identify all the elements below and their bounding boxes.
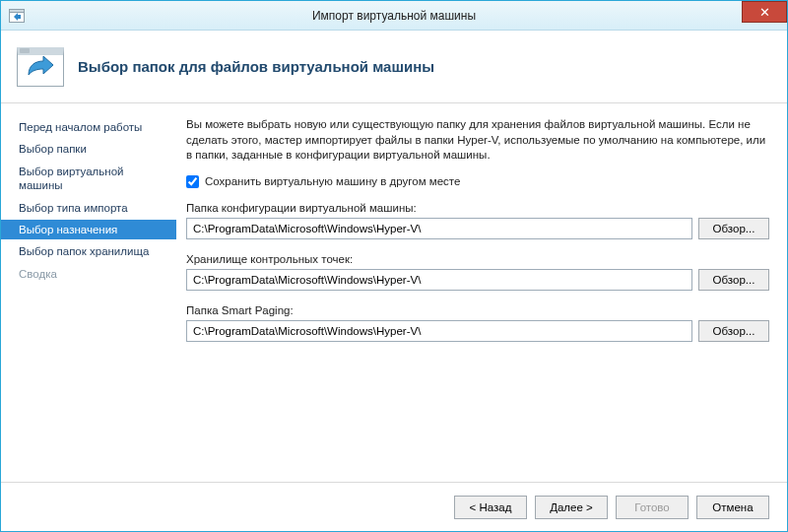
wizard-footer: < Назад Далее > Готово Отмена (1, 482, 787, 531)
config-folder-browse-button[interactable]: Обзор... (698, 218, 769, 239)
intro-text: Вы можете выбрать новую или существующую… (186, 117, 769, 164)
step-import-type[interactable]: Выбор типа импорта (1, 198, 176, 218)
store-elsewhere-label[interactable]: Сохранить виртуальную машину в другом ме… (205, 175, 460, 187)
step-destination[interactable]: Выбор назначения (1, 220, 176, 239)
step-select-vm[interactable]: Выбор виртуальной машины (1, 162, 176, 196)
wizard-main: Вы можете выбрать новую или существующую… (176, 103, 787, 482)
wizard-steps-sidebar: Перед началом работы Выбор папки Выбор в… (1, 103, 176, 482)
step-select-folder[interactable]: Выбор папки (1, 139, 176, 159)
wizard-header-icon (17, 47, 64, 87)
share-arrow-icon (26, 55, 55, 79)
config-folder-input[interactable] (186, 218, 692, 239)
next-button[interactable]: Далее > (535, 496, 608, 519)
smart-paging-folder-label: Папка Smart Paging: (186, 304, 769, 316)
finish-button: Готово (616, 496, 689, 519)
smart-paging-folder-browse-button[interactable]: Обзор... (698, 320, 769, 342)
store-elsewhere-row: Сохранить виртуальную машину в другом ме… (186, 175, 769, 188)
step-storage-folders[interactable]: Выбор папок хранилища (1, 241, 176, 261)
checkpoints-folder-browse-button[interactable]: Обзор... (698, 269, 769, 291)
window-icon (5, 4, 29, 28)
back-button[interactable]: < Назад (454, 496, 527, 519)
smart-paging-folder-row: Обзор... (186, 320, 769, 342)
step-summary: Сводка (1, 264, 176, 284)
window-title: Импорт виртуальной машины (1, 9, 787, 23)
page-title: Выбор папок для файлов виртуальной машин… (78, 58, 434, 75)
checkpoints-folder-row: Обзор... (186, 269, 769, 291)
smart-paging-folder-input[interactable] (186, 320, 692, 342)
config-folder-row: Обзор... (186, 218, 769, 239)
store-elsewhere-checkbox[interactable] (186, 175, 199, 188)
close-button[interactable]: ✕ (742, 1, 787, 23)
cancel-button[interactable]: Отмена (696, 496, 769, 519)
step-before-start[interactable]: Перед началом работы (1, 117, 176, 137)
checkpoints-folder-label: Хранилище контрольных точек: (186, 253, 769, 265)
titlebar: Импорт виртуальной машины ✕ (1, 1, 787, 31)
config-folder-label: Папка конфигурации виртуальной машины: (186, 202, 769, 214)
close-icon: ✕ (759, 5, 770, 20)
wizard-body: Перед началом работы Выбор папки Выбор в… (1, 103, 787, 482)
checkpoints-folder-input[interactable] (186, 269, 692, 291)
svg-rect-1 (10, 9, 25, 12)
wizard-header: Выбор папок для файлов виртуальной машин… (1, 31, 787, 103)
